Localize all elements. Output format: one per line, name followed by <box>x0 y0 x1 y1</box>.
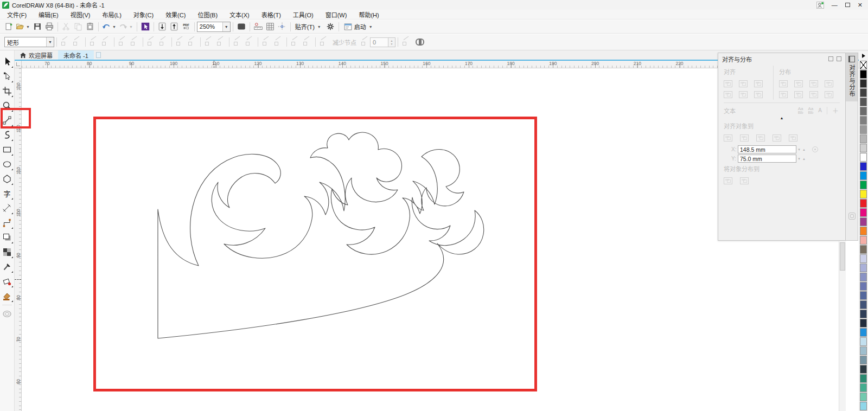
polygon-tool[interactable] <box>1 172 14 186</box>
color-swatch[interactable] <box>860 264 867 272</box>
color-swatch[interactable] <box>860 254 867 263</box>
shape-tool[interactable] <box>1 69 14 84</box>
menu-item-3[interactable]: 视图(V) <box>65 10 97 19</box>
hidden-docker-tab-icon[interactable] <box>848 213 856 220</box>
color-swatch[interactable] <box>860 383 867 392</box>
color-swatch[interactable] <box>860 181 867 189</box>
shape-preset-combo[interactable]: 矩形 ▼ <box>4 37 54 47</box>
color-swatch[interactable] <box>860 162 867 171</box>
menu-item-5[interactable]: 对象(C) <box>127 10 159 19</box>
color-swatch[interactable] <box>860 337 867 346</box>
content-exchange-button[interactable] <box>139 21 151 33</box>
menu-item-11[interactable]: 窗口(W) <box>320 10 353 19</box>
paste-button[interactable] <box>84 21 96 33</box>
color-swatch[interactable] <box>860 393 867 401</box>
chevron-down-icon[interactable]: ▼ <box>222 22 230 31</box>
tab-document[interactable]: 未命名 -1 <box>58 50 94 60</box>
ellipse-tool[interactable] <box>1 157 14 171</box>
export-button[interactable] <box>168 21 180 33</box>
new-tab-button[interactable] <box>94 50 104 60</box>
artistic-media-tool[interactable] <box>1 128 14 142</box>
docker-tab-align-distribute[interactable]: 对齐与分布 <box>846 53 858 101</box>
menu-item-9[interactable]: 表格(T) <box>256 10 287 19</box>
color-swatch[interactable] <box>860 245 867 254</box>
x-coordinate-input[interactable] <box>738 145 796 153</box>
color-swatch[interactable] <box>860 356 867 364</box>
no-color-swatch[interactable] <box>860 61 867 69</box>
color-swatch[interactable] <box>860 116 867 125</box>
menu-item-1[interactable]: 文件(F) <box>1 10 33 19</box>
menu-item-12[interactable]: 帮助(H) <box>353 10 385 19</box>
color-swatch[interactable] <box>860 319 867 327</box>
tab-welcome[interactable]: 欢迎屏幕 <box>15 50 58 60</box>
menu-item-7[interactable]: 位图(B) <box>192 10 224 19</box>
menu-item-6[interactable]: 效果(C) <box>159 10 192 19</box>
color-swatch[interactable] <box>860 310 867 318</box>
color-swatch[interactable] <box>860 365 867 374</box>
color-swatch[interactable] <box>860 402 867 410</box>
snap-to-button[interactable]: 贴齐(T)▼ <box>293 22 324 31</box>
interactive-fill-tool[interactable] <box>1 274 14 288</box>
color-swatch[interactable] <box>860 199 867 208</box>
text-tool[interactable]: 字 <box>1 187 14 201</box>
menu-item-8[interactable]: 文本(X) <box>224 10 256 19</box>
undo-button[interactable]: ▼ <box>101 21 118 33</box>
menu-item-4[interactable]: 布局(L) <box>96 10 127 19</box>
menu-item-2[interactable]: 编辑(E) <box>33 10 65 19</box>
minimize-button[interactable]: — <box>832 2 838 8</box>
color-swatch[interactable] <box>860 217 867 226</box>
color-swatch[interactable] <box>860 346 867 355</box>
color-swatch[interactable] <box>860 328 867 337</box>
color-swatch[interactable] <box>860 273 867 281</box>
color-swatch[interactable] <box>860 107 867 115</box>
color-swatch[interactable] <box>860 282 867 291</box>
color-swatch[interactable] <box>860 88 867 97</box>
fullscreen-preview-button[interactable] <box>235 21 247 33</box>
launch-button[interactable]: 启动▼ <box>341 22 376 31</box>
ruler-origin-corner[interactable] <box>15 61 22 68</box>
color-swatch[interactable] <box>860 153 867 162</box>
docker-collapse-button[interactable] <box>828 56 833 61</box>
color-eyedropper-tool[interactable] <box>1 260 14 274</box>
show-rulers-button[interactable] <box>252 21 264 33</box>
zoom-level-combo[interactable]: 250%▼ <box>197 22 231 32</box>
show-guidelines-button[interactable] <box>276 21 288 33</box>
color-swatch[interactable] <box>860 98 867 106</box>
smart-fill-tool[interactable] <box>1 289 14 303</box>
account-icon[interactable] <box>816 2 824 9</box>
color-swatch[interactable] <box>860 374 867 383</box>
parallel-dimension-tool[interactable] <box>1 201 14 215</box>
options-gear-button[interactable] <box>324 21 336 33</box>
color-swatch[interactable] <box>860 300 867 309</box>
color-swatch[interactable] <box>860 291 867 300</box>
color-swatch[interactable] <box>860 236 867 245</box>
palette-flyout-arrow-icon[interactable] <box>862 54 865 58</box>
docker-collapse-arrow[interactable]: ▲ <box>724 116 840 120</box>
import-button[interactable] <box>156 21 168 33</box>
y-coordinate-input[interactable] <box>738 155 796 163</box>
outline-preview-icon[interactable] <box>416 38 424 46</box>
vertical-scrollbar[interactable] <box>839 241 846 411</box>
color-swatch[interactable] <box>860 227 867 235</box>
color-swatch[interactable] <box>860 144 867 152</box>
transparency-tool[interactable] <box>1 245 14 259</box>
show-grid-button[interactable] <box>264 21 276 33</box>
x-coordinate-stepper[interactable]: ▼▲ <box>797 148 806 151</box>
color-swatch[interactable] <box>860 70 867 79</box>
y-coordinate-stepper[interactable]: ▼▲ <box>797 157 806 160</box>
color-swatch[interactable] <box>860 134 867 143</box>
menu-item-10[interactable]: 工具(O) <box>287 10 320 19</box>
vertical-scrollbar-thumb[interactable] <box>840 242 845 271</box>
color-swatch[interactable] <box>860 208 867 217</box>
color-swatch[interactable] <box>860 79 867 88</box>
color-swatch[interactable] <box>860 125 867 134</box>
color-swatch[interactable] <box>860 171 867 180</box>
print-button[interactable] <box>43 21 55 33</box>
drop-shadow-tool[interactable] <box>1 230 14 245</box>
docker-close-button[interactable] <box>837 56 841 61</box>
close-button[interactable]: ✕ <box>858 2 863 8</box>
chevron-down-icon[interactable]: ▼ <box>46 37 54 47</box>
publish-to-pdf-button[interactable]: PDF <box>180 21 192 33</box>
rectangle-tool[interactable] <box>1 143 14 157</box>
new-document-button[interactable] <box>3 21 15 33</box>
